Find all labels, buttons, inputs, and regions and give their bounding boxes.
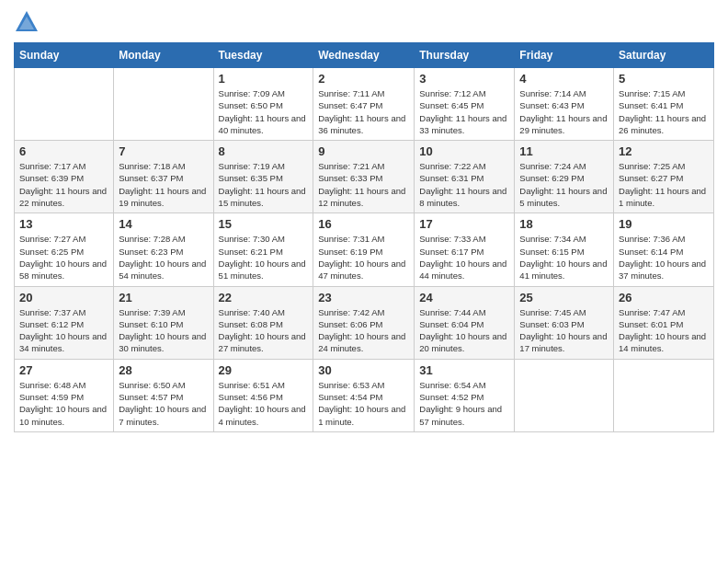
day-number: 30 — [318, 363, 409, 377]
day-number: 7 — [119, 144, 208, 158]
day-info: Sunrise: 7:12 AM Sunset: 6:45 PM Dayligh… — [419, 87, 509, 136]
day-number: 29 — [219, 363, 309, 377]
day-number: 27 — [19, 363, 108, 377]
calendar-cell: 18Sunrise: 7:34 AM Sunset: 6:15 PM Dayli… — [515, 213, 614, 286]
day-info: Sunrise: 7:33 AM Sunset: 6:17 PM Dayligh… — [419, 233, 509, 282]
day-info: Sunrise: 6:53 AM Sunset: 4:54 PM Dayligh… — [318, 379, 409, 428]
day-info: Sunrise: 7:31 AM Sunset: 6:19 PM Dayligh… — [318, 233, 409, 282]
day-number: 2 — [318, 72, 409, 86]
day-number: 8 — [219, 144, 309, 158]
day-number: 31 — [419, 363, 509, 377]
calendar-row-1: 1Sunrise: 7:09 AM Sunset: 6:50 PM Daylig… — [15, 68, 714, 141]
calendar-cell: 1Sunrise: 7:09 AM Sunset: 6:50 PM Daylig… — [213, 68, 313, 141]
day-info: Sunrise: 7:27 AM Sunset: 6:25 PM Dayligh… — [19, 233, 108, 282]
day-info: Sunrise: 6:48 AM Sunset: 4:59 PM Dayligh… — [19, 379, 108, 428]
day-info: Sunrise: 7:09 AM Sunset: 6:50 PM Dayligh… — [219, 87, 309, 136]
day-info: Sunrise: 7:24 AM Sunset: 6:29 PM Dayligh… — [519, 160, 609, 209]
page: SundayMondayTuesdayWednesdayThursdayFrid… — [0, 0, 728, 563]
day-number: 13 — [19, 217, 108, 231]
weekday-header-row: SundayMondayTuesdayWednesdayThursdayFrid… — [15, 43, 714, 68]
day-number: 19 — [619, 217, 709, 231]
calendar-cell: 31Sunrise: 6:54 AM Sunset: 4:52 PM Dayli… — [415, 359, 515, 431]
calendar-cell: 9Sunrise: 7:21 AM Sunset: 6:33 PM Daylig… — [313, 141, 415, 213]
day-info: Sunrise: 7:47 AM Sunset: 6:01 PM Dayligh… — [619, 306, 709, 355]
day-info: Sunrise: 7:22 AM Sunset: 6:31 PM Dayligh… — [419, 160, 509, 209]
day-info: Sunrise: 7:36 AM Sunset: 6:14 PM Dayligh… — [619, 233, 709, 282]
day-number: 22 — [219, 291, 309, 304]
day-number: 6 — [19, 144, 108, 158]
calendar-cell: 28Sunrise: 6:50 AM Sunset: 4:57 PM Dayli… — [114, 359, 213, 431]
calendar-cell: 15Sunrise: 7:30 AM Sunset: 6:21 PM Dayli… — [213, 213, 313, 286]
calendar-cell: 13Sunrise: 7:27 AM Sunset: 6:25 PM Dayli… — [15, 213, 114, 286]
day-number: 12 — [619, 144, 709, 158]
calendar-cell: 6Sunrise: 7:17 AM Sunset: 6:39 PM Daylig… — [15, 141, 114, 213]
calendar-cell: 30Sunrise: 6:53 AM Sunset: 4:54 PM Dayli… — [313, 359, 415, 431]
calendar-row-5: 27Sunrise: 6:48 AM Sunset: 4:59 PM Dayli… — [15, 359, 714, 431]
day-number: 3 — [419, 72, 509, 86]
calendar-cell — [114, 68, 213, 141]
calendar-cell: 21Sunrise: 7:39 AM Sunset: 6:10 PM Dayli… — [114, 286, 213, 359]
calendar-row-2: 6Sunrise: 7:17 AM Sunset: 6:39 PM Daylig… — [15, 141, 714, 213]
day-info: Sunrise: 7:39 AM Sunset: 6:10 PM Dayligh… — [119, 306, 208, 355]
weekday-header-monday: Monday — [114, 43, 213, 68]
weekday-header-friday: Friday — [515, 43, 614, 68]
day-number: 14 — [119, 217, 208, 231]
calendar: SundayMondayTuesdayWednesdayThursdayFrid… — [14, 42, 714, 432]
logo — [14, 9, 43, 35]
day-number: 25 — [519, 291, 609, 304]
calendar-cell: 19Sunrise: 7:36 AM Sunset: 6:14 PM Dayli… — [614, 213, 714, 286]
calendar-cell: 17Sunrise: 7:33 AM Sunset: 6:17 PM Dayli… — [415, 213, 515, 286]
calendar-cell — [614, 359, 714, 431]
day-number: 4 — [519, 72, 609, 86]
weekday-header-saturday: Saturday — [614, 43, 714, 68]
day-info: Sunrise: 7:17 AM Sunset: 6:39 PM Dayligh… — [19, 160, 108, 209]
calendar-cell: 20Sunrise: 7:37 AM Sunset: 6:12 PM Dayli… — [15, 286, 114, 359]
day-info: Sunrise: 7:40 AM Sunset: 6:08 PM Dayligh… — [219, 306, 309, 355]
day-number: 17 — [419, 217, 509, 231]
calendar-cell — [15, 68, 114, 141]
day-number: 10 — [419, 144, 509, 158]
day-number: 9 — [318, 144, 409, 158]
calendar-row-4: 20Sunrise: 7:37 AM Sunset: 6:12 PM Dayli… — [15, 286, 714, 359]
calendar-cell: 10Sunrise: 7:22 AM Sunset: 6:31 PM Dayli… — [415, 141, 515, 213]
calendar-cell: 22Sunrise: 7:40 AM Sunset: 6:08 PM Dayli… — [213, 286, 313, 359]
calendar-row-3: 13Sunrise: 7:27 AM Sunset: 6:25 PM Dayli… — [15, 213, 714, 286]
calendar-cell: 2Sunrise: 7:11 AM Sunset: 6:47 PM Daylig… — [313, 68, 415, 141]
day-info: Sunrise: 7:11 AM Sunset: 6:47 PM Dayligh… — [318, 87, 409, 136]
calendar-cell: 12Sunrise: 7:25 AM Sunset: 6:27 PM Dayli… — [614, 141, 714, 213]
day-number: 5 — [619, 72, 709, 86]
day-info: Sunrise: 7:37 AM Sunset: 6:12 PM Dayligh… — [19, 306, 108, 355]
day-info: Sunrise: 7:18 AM Sunset: 6:37 PM Dayligh… — [119, 160, 208, 209]
calendar-cell: 11Sunrise: 7:24 AM Sunset: 6:29 PM Dayli… — [515, 141, 614, 213]
weekday-header-sunday: Sunday — [15, 43, 114, 68]
day-info: Sunrise: 7:45 AM Sunset: 6:03 PM Dayligh… — [519, 306, 609, 355]
calendar-cell: 14Sunrise: 7:28 AM Sunset: 6:23 PM Dayli… — [114, 213, 213, 286]
logo-icon — [14, 9, 40, 35]
calendar-cell: 26Sunrise: 7:47 AM Sunset: 6:01 PM Dayli… — [614, 286, 714, 359]
day-info: Sunrise: 7:30 AM Sunset: 6:21 PM Dayligh… — [219, 233, 309, 282]
day-number: 18 — [519, 217, 609, 231]
day-number: 21 — [119, 291, 208, 304]
day-number: 15 — [219, 217, 309, 231]
calendar-cell: 7Sunrise: 7:18 AM Sunset: 6:37 PM Daylig… — [114, 141, 213, 213]
calendar-cell: 8Sunrise: 7:19 AM Sunset: 6:35 PM Daylig… — [213, 141, 313, 213]
day-info: Sunrise: 7:14 AM Sunset: 6:43 PM Dayligh… — [519, 87, 609, 136]
day-info: Sunrise: 7:19 AM Sunset: 6:35 PM Dayligh… — [219, 160, 309, 209]
day-info: Sunrise: 7:28 AM Sunset: 6:23 PM Dayligh… — [119, 233, 208, 282]
day-info: Sunrise: 7:42 AM Sunset: 6:06 PM Dayligh… — [318, 306, 409, 355]
weekday-header-wednesday: Wednesday — [313, 43, 415, 68]
day-info: Sunrise: 7:21 AM Sunset: 6:33 PM Dayligh… — [318, 160, 409, 209]
day-number: 26 — [619, 291, 709, 304]
calendar-cell: 27Sunrise: 6:48 AM Sunset: 4:59 PM Dayli… — [15, 359, 114, 431]
calendar-cell: 5Sunrise: 7:15 AM Sunset: 6:41 PM Daylig… — [614, 68, 714, 141]
calendar-cell: 16Sunrise: 7:31 AM Sunset: 6:19 PM Dayli… — [313, 213, 415, 286]
day-number: 23 — [318, 291, 409, 304]
day-number: 20 — [19, 291, 108, 304]
header — [14, 9, 714, 35]
day-number: 1 — [219, 72, 309, 86]
day-number: 16 — [318, 217, 409, 231]
day-number: 11 — [519, 144, 609, 158]
day-info: Sunrise: 6:51 AM Sunset: 4:56 PM Dayligh… — [219, 379, 309, 428]
calendar-cell: 4Sunrise: 7:14 AM Sunset: 6:43 PM Daylig… — [515, 68, 614, 141]
day-number: 24 — [419, 291, 509, 304]
